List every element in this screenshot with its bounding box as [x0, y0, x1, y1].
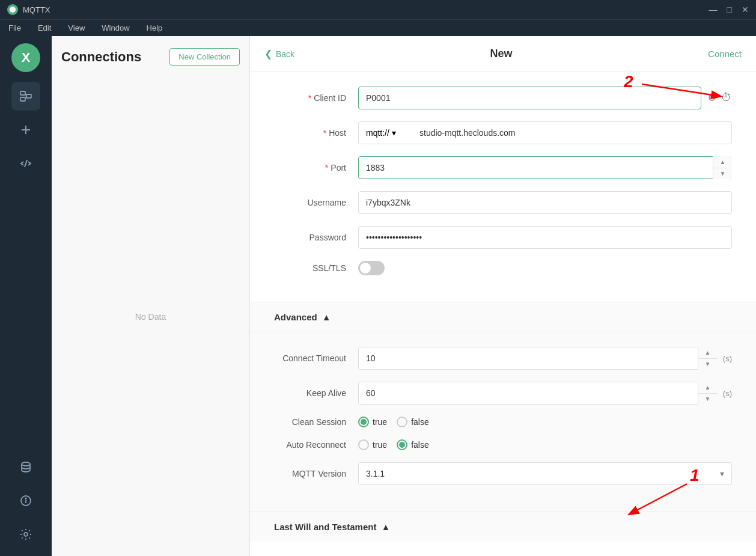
mqtt-version-label: MQTT Version	[274, 469, 346, 478]
svg-rect-3	[26, 94, 31, 98]
timeout-unit: (s)	[723, 354, 732, 363]
last-will-label: Last Will and Testament	[274, 522, 376, 532]
last-will-collapse-icon: ▲	[381, 522, 390, 532]
connections-header: Connections New Collection	[52, 36, 249, 78]
timeout-down-button[interactable]: ▼	[698, 359, 717, 370]
clean-session-false-label: false	[411, 417, 429, 427]
menu-help[interactable]: Help	[143, 22, 166, 34]
mqtt-version-dropdown[interactable]: 3.1.1 ▾	[358, 462, 732, 485]
client-id-label: *Client ID	[274, 93, 346, 103]
menu-view[interactable]: View	[64, 22, 88, 34]
version-dropdown-arrow: ▾	[720, 469, 724, 478]
ssl-label: SSL/TLS	[274, 263, 346, 273]
close-btn[interactable]: ✕	[742, 5, 749, 14]
menubar: File Edit View Window Help	[0, 19, 756, 36]
connect-timeout-row: Connect Timeout ▲ ▼ (s)	[274, 347, 732, 370]
no-data-label: No Data	[52, 78, 249, 556]
app-title: MQTTX	[23, 5, 50, 14]
auto-reconnect-false-option[interactable]: false	[397, 439, 429, 450]
protocol-dropdown[interactable]: mqtt:// ▾	[358, 121, 412, 144]
mqtt-version-row: MQTT Version 3.1.1 ▾	[274, 462, 732, 485]
connect-timeout-spinner: ▲ ▼	[698, 347, 717, 370]
clean-session-radio-group: true false	[358, 417, 429, 427]
sidebar-logo[interactable]: X	[11, 43, 40, 72]
connect-timeout-label: Connect Timeout	[274, 353, 346, 363]
svg-point-12	[25, 498, 26, 499]
titlebar: MQTTX — □ ✕	[0, 0, 756, 19]
clean-session-row: Clean Session true false	[274, 417, 732, 427]
back-button[interactable]: ❮ Back	[264, 48, 294, 60]
connections-panel: Connections New Collection No Data	[52, 36, 250, 556]
username-label: Username	[274, 198, 346, 207]
host-row: *Host mqtt:// ▾	[274, 121, 732, 144]
svg-point-13	[24, 533, 28, 536]
keep-alive-spinner: ▲ ▼	[698, 382, 717, 405]
window-controls[interactable]: — □ ✕	[709, 5, 749, 14]
maximize-btn[interactable]: □	[727, 5, 732, 14]
port-down-button[interactable]: ▼	[713, 168, 732, 180]
sidebar-icon-add[interactable]	[11, 115, 40, 144]
auto-reconnect-true-label: true	[373, 440, 387, 450]
auto-reconnect-false-radio[interactable]	[397, 439, 407, 450]
ssl-toggle[interactable]	[358, 261, 385, 275]
connect-button[interactable]: Connect	[708, 49, 742, 59]
history-icon[interactable]: ⏱	[721, 91, 732, 105]
password-row: Password	[274, 226, 732, 249]
content-area: ❮ Back New Connect *Client ID ↻	[250, 36, 756, 556]
connect-timeout-wrap: ▲ ▼	[358, 347, 717, 370]
port-up-button[interactable]: ▲	[713, 156, 732, 168]
username-input[interactable]	[358, 191, 732, 214]
password-label: Password	[274, 233, 346, 242]
mqtt-version-value: 3.1.1	[366, 469, 720, 478]
auto-reconnect-radio-group: true false	[358, 439, 429, 450]
logo-letter: X	[22, 50, 31, 66]
sidebar-icon-script[interactable]	[11, 149, 40, 178]
client-id-input[interactable]	[358, 87, 701, 109]
connections-title: Connections	[61, 49, 141, 65]
sidebar: X	[0, 36, 52, 556]
last-will-header[interactable]: Last Will and Testament ▲	[250, 512, 756, 542]
new-collection-button[interactable]: New Collection	[169, 48, 240, 66]
menu-window[interactable]: Window	[98, 22, 133, 34]
svg-point-9	[22, 462, 30, 466]
keep-alive-label: Keep Alive	[274, 388, 346, 398]
clean-session-true-label: true	[373, 417, 387, 427]
app-logo	[7, 4, 18, 15]
menu-edit[interactable]: Edit	[34, 22, 55, 34]
timeout-up-button[interactable]: ▲	[698, 347, 717, 359]
keepalive-up-button[interactable]: ▲	[698, 382, 717, 394]
advanced-section-header[interactable]: Advanced ▲	[250, 302, 756, 332]
clean-session-false-radio[interactable]	[397, 417, 407, 427]
minimize-btn[interactable]: —	[709, 5, 718, 14]
advanced-section: Connect Timeout ▲ ▼ (s) Keep Alive	[250, 332, 756, 512]
clean-session-true-radio[interactable]	[358, 417, 369, 427]
menu-file[interactable]: File	[5, 22, 25, 34]
auto-reconnect-label: Auto Reconnect	[274, 440, 346, 450]
svg-line-5	[25, 96, 26, 99]
sidebar-icon-data[interactable]	[11, 453, 40, 481]
keepalive-unit: (s)	[723, 389, 732, 398]
port-row: *Port ▲ ▼	[274, 156, 732, 179]
host-input[interactable]	[412, 121, 732, 144]
port-label: *Port	[274, 163, 346, 173]
back-chevron-icon: ❮	[264, 48, 272, 60]
page-title: New	[490, 47, 513, 60]
sidebar-icon-info[interactable]	[11, 486, 40, 515]
auto-reconnect-true-option[interactable]: true	[358, 439, 387, 450]
keep-alive-wrap: ▲ ▼	[358, 382, 717, 405]
auto-reconnect-true-radio[interactable]	[358, 439, 369, 450]
keepalive-down-button[interactable]: ▼	[698, 394, 717, 405]
clean-session-false-option[interactable]: false	[397, 417, 429, 427]
sidebar-icon-settings[interactable]	[11, 520, 40, 549]
keep-alive-row: Keep Alive ▲ ▼ (s)	[274, 382, 732, 405]
keep-alive-input[interactable]	[358, 382, 717, 405]
refresh-icon[interactable]: ↻	[707, 91, 716, 105]
sidebar-icon-connections[interactable]	[11, 82, 40, 111]
client-id-actions: ↻ ⏱	[707, 91, 732, 105]
username-row: Username	[274, 191, 732, 214]
password-input[interactable]	[358, 226, 732, 249]
connect-timeout-input[interactable]	[358, 347, 717, 370]
svg-rect-2	[20, 97, 25, 101]
port-input[interactable]	[358, 156, 732, 179]
clean-session-true-option[interactable]: true	[358, 417, 387, 427]
